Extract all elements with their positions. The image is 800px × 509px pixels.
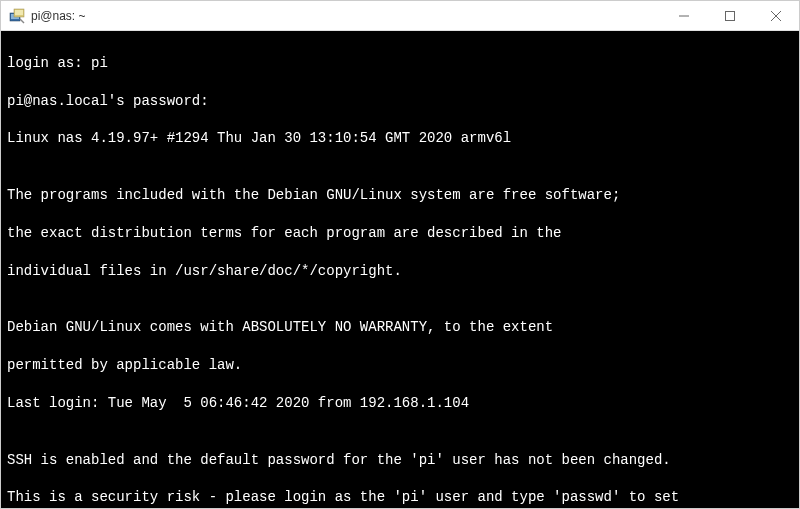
terminal-line: Linux nas 4.19.97+ #1294 Thu Jan 30 13:1… <box>7 129 793 148</box>
terminal-line: the exact distribution terms for each pr… <box>7 224 793 243</box>
window-controls <box>661 1 799 30</box>
window-title: pi@nas: ~ <box>31 9 661 23</box>
svg-line-4 <box>20 19 24 23</box>
terminal-line: Last login: Tue May 5 06:46:42 2020 from… <box>7 394 793 413</box>
svg-rect-3 <box>15 10 23 15</box>
terminal-line: permitted by applicable law. <box>7 356 793 375</box>
terminal-line: login as: pi <box>7 54 793 73</box>
terminal-line: individual files in /usr/share/doc/*/cop… <box>7 262 793 281</box>
putty-icon <box>9 8 25 24</box>
close-button[interactable] <box>753 1 799 30</box>
terminal-line: This is a security risk - please login a… <box>7 488 793 507</box>
terminal-line: SSH is enabled and the default password … <box>7 451 793 470</box>
maximize-button[interactable] <box>707 1 753 30</box>
terminal-area[interactable]: login as: pi pi@nas.local's password: Li… <box>1 31 799 508</box>
svg-rect-6 <box>726 11 735 20</box>
titlebar[interactable]: pi@nas: ~ <box>1 1 799 31</box>
minimize-button[interactable] <box>661 1 707 30</box>
putty-window: pi@nas: ~ login as: pi pi@nas.local's pa… <box>0 0 800 509</box>
terminal-line: pi@nas.local's password: <box>7 92 793 111</box>
terminal-line: Debian GNU/Linux comes with ABSOLUTELY N… <box>7 318 793 337</box>
terminal-line: The programs included with the Debian GN… <box>7 186 793 205</box>
